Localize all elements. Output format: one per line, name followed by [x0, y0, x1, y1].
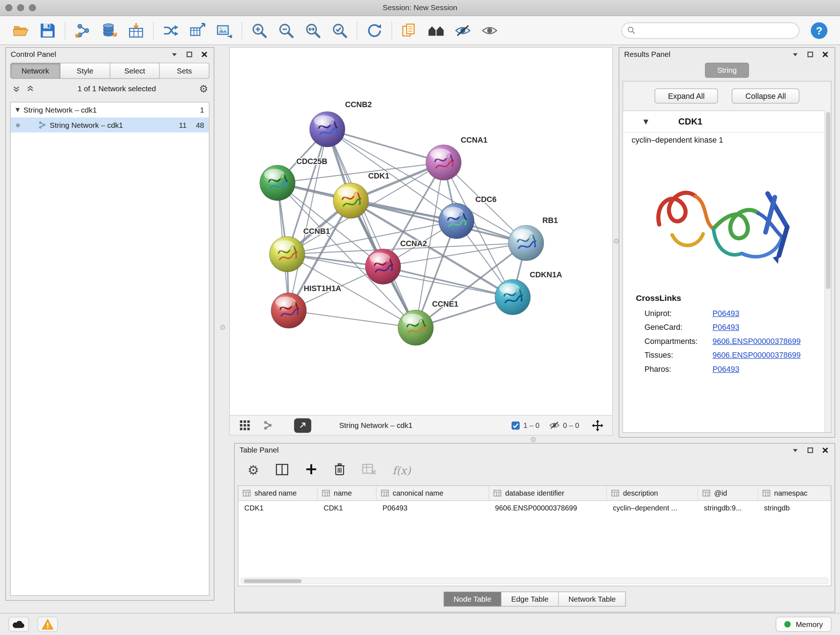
protein-card-header[interactable]: ▼ CDK1	[623, 111, 824, 133]
help-button[interactable]: ?	[806, 19, 832, 42]
control-panel-close-button[interactable]	[199, 49, 209, 59]
tab-string-results[interactable]: String	[705, 63, 749, 78]
bottom-splitter-handle[interactable]	[531, 437, 536, 442]
duplicate-network-button[interactable]	[396, 19, 423, 42]
delete-table-button[interactable]	[362, 463, 376, 477]
table-panel-float-button[interactable]	[805, 445, 815, 455]
network-tree: ▼ String Network – cdk1 1 ● String Netwo…	[10, 102, 210, 595]
column-header-database-identifier[interactable]: database identifier	[489, 486, 607, 501]
column-header-namespace[interactable]: namespac	[758, 486, 831, 501]
node-CCNA2[interactable]	[365, 249, 401, 284]
warnings-button[interactable]	[38, 617, 58, 632]
table-horizontal-scrollbar[interactable]	[240, 578, 829, 584]
zoom-window-button[interactable]	[29, 4, 36, 11]
tab-node-table[interactable]: Node Table	[444, 592, 502, 606]
import-table-button[interactable]	[123, 19, 149, 42]
show-columns-button[interactable]	[275, 463, 288, 477]
table-row[interactable]: CDK1 CDK1 P06493 9606.ENSP00000378699 cy…	[238, 501, 831, 516]
column-header-canonical-name[interactable]: canonical name	[377, 486, 489, 501]
node-RB1[interactable]	[508, 225, 544, 261]
import-network-from-database-button[interactable]	[96, 19, 123, 42]
tab-network[interactable]: Network	[10, 63, 60, 79]
results-scrollbar[interactable]	[825, 111, 831, 432]
right-splitter-handle[interactable]	[614, 239, 619, 243]
tab-style[interactable]: Style	[60, 63, 110, 79]
pharos-link[interactable]: P06493	[713, 364, 739, 373]
hide-selected-button[interactable]	[449, 19, 476, 42]
network-label: String Network – cdk1	[50, 120, 123, 129]
open-session-button[interactable]	[8, 19, 34, 42]
results-panel-close-button[interactable]	[820, 49, 830, 59]
show-all-button[interactable]	[476, 19, 503, 42]
network-overview-button[interactable]	[259, 418, 276, 432]
table-scrollbar-thumb[interactable]	[244, 579, 302, 583]
import-network-from-file-button[interactable]	[69, 19, 96, 42]
collapse-all-button[interactable]: Collapse All	[732, 88, 799, 103]
control-panel-tabs: Network Style Select Sets	[10, 63, 210, 79]
control-panel-menu-button[interactable]	[169, 49, 179, 59]
tab-edge-table[interactable]: Edge Table	[501, 592, 559, 606]
node-label-CCNA2: CCNA2	[400, 239, 427, 248]
node-CCNB1[interactable]	[270, 236, 305, 272]
close-window-button[interactable]	[5, 4, 12, 11]
zoom-out-button[interactable]	[273, 19, 300, 42]
search-input[interactable]	[639, 27, 793, 35]
expand-all-button[interactable]: Expand All	[654, 88, 718, 103]
node-CCNE1[interactable]	[398, 310, 433, 345]
results-scrollbar-thumb[interactable]	[826, 112, 830, 289]
node-CDC6[interactable]	[439, 203, 474, 239]
network-row[interactable]: ● String Network – cdk1 11 48	[11, 117, 209, 132]
edge-CCNB2-HIST1H1A[interactable]	[289, 129, 327, 310]
node-CDKN1A[interactable]	[495, 279, 531, 315]
expand-all-networks-button[interactable]	[11, 84, 21, 93]
network-canvas[interactable]: CCNB2CCNA1CDC25BCDK1CDC6RB1CCNB1CCNA2CDK…	[230, 48, 612, 415]
cloud-status-button[interactable]	[9, 617, 29, 632]
results-panel-menu-button[interactable]	[790, 49, 800, 59]
network-collection-row[interactable]: ▼ String Network – cdk1 1	[11, 103, 209, 117]
collapse-all-networks-button[interactable]	[25, 84, 35, 93]
column-header-name[interactable]: name	[317, 486, 377, 501]
table-panel-menu-button[interactable]	[790, 445, 800, 455]
birds-eye-view-button[interactable]	[236, 418, 253, 432]
save-session-button[interactable]	[34, 19, 61, 42]
export-image-button[interactable]	[211, 19, 238, 42]
new-network-from-selection-button[interactable]	[184, 19, 211, 42]
table-panel-close-button[interactable]	[820, 445, 830, 455]
node-CDC25B[interactable]	[260, 165, 295, 201]
zoom-in-button[interactable]	[246, 19, 273, 42]
results-panel-float-button[interactable]	[805, 49, 815, 59]
edge-CCNB2-CCNE1[interactable]	[327, 129, 416, 328]
zoom-fit-button[interactable]	[300, 19, 326, 42]
detach-view-button[interactable]	[294, 418, 311, 432]
function-builder-button[interactable]: f(x)	[393, 464, 411, 477]
node-HIST1H1A[interactable]	[271, 293, 306, 328]
first-neighbors-button[interactable]	[423, 19, 449, 42]
table-settings-button[interactable]: ⚙	[248, 464, 259, 477]
edge-HIST1H1A-CCNE1[interactable]	[289, 310, 416, 328]
left-splitter-handle[interactable]	[220, 325, 225, 330]
genecard-link[interactable]: P06493	[713, 323, 739, 332]
node-CDK1[interactable]	[333, 183, 369, 218]
tissues-link[interactable]: 9606.ENSP00000378699	[713, 351, 801, 359]
node-CCNB2[interactable]	[309, 111, 345, 147]
zoom-selected-button[interactable]	[326, 19, 353, 42]
column-header-id[interactable]: @id	[698, 486, 758, 501]
edge-CCNB2-CCNA1[interactable]	[327, 129, 444, 163]
tab-sets[interactable]: Sets	[160, 63, 210, 79]
merge-networks-button[interactable]	[157, 19, 184, 42]
add-column-button[interactable]	[305, 463, 317, 477]
delete-column-button[interactable]	[333, 462, 346, 478]
network-options-button[interactable]: ⚙	[199, 84, 208, 93]
pan-mode-button[interactable]	[589, 418, 606, 432]
memory-button[interactable]: Memory	[776, 617, 831, 632]
compartments-link[interactable]: 9606.ENSP00000378699	[713, 337, 801, 345]
refresh-layout-button[interactable]	[361, 19, 388, 42]
column-header-shared-name[interactable]: shared name	[238, 486, 317, 501]
tab-select[interactable]: Select	[110, 63, 159, 79]
control-panel-float-button[interactable]	[184, 49, 194, 59]
uniprot-link[interactable]: P06493	[713, 309, 739, 318]
minimize-window-button[interactable]	[17, 4, 24, 11]
column-header-description[interactable]: description	[607, 486, 698, 501]
tab-network-table[interactable]: Network Table	[559, 592, 626, 606]
node-CCNA1[interactable]	[426, 145, 461, 180]
